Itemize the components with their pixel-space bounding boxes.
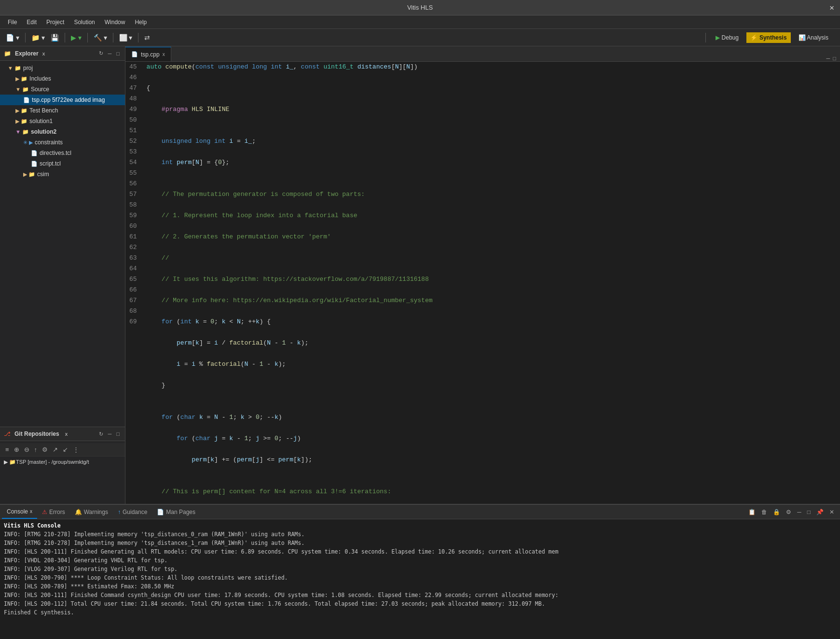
toolbar-save-btn[interactable]: 💾 [49, 33, 61, 42]
warnings-icon: 🔔 [75, 509, 82, 515]
code-line-65: perm[k] += (perm[j] <= perm[k]); [147, 455, 836, 465]
debug-button[interactable]: ▶ Debug [712, 32, 743, 43]
git-btn-3[interactable]: ⊖ [23, 445, 31, 454]
console-scroll-lock-btn[interactable]: 🔒 [771, 508, 782, 516]
menu-file[interactable]: File [4, 18, 21, 27]
toolbar-new-btn[interactable]: 📄 ▾ [4, 33, 21, 42]
console-tab-warnings[interactable]: 🔔 Warnings [70, 505, 113, 519]
git-content: ≡ ⊕ ⊖ ↑ ⚙ ↗ ↙ ⋮ ▶ 📁 TSP [master] - /grou… [0, 441, 125, 504]
git-icon: ⎇ [4, 431, 11, 437]
code-line-58: for (int k = 0; k < N; ++k) { [147, 317, 836, 327]
git-maximize-btn[interactable]: □ [115, 431, 121, 438]
toolbar-run-btn[interactable]: ▶ ▾ [69, 33, 83, 42]
console-tab-console[interactable]: Console x [2, 505, 37, 519]
editor-tab-tsp[interactable]: 📄 tsp.cpp x [125, 47, 171, 61]
menu-solution[interactable]: Solution [70, 18, 98, 27]
tree-item-tsp-cpp[interactable]: 📄 tsp.cpp 5f722ee added imag [0, 95, 125, 105]
toolbar-window-btn[interactable]: ⬜ ▾ [117, 33, 135, 42]
editor-area: 📄 tsp.cpp x ─ □ 4546474849 5051525354 55… [125, 46, 840, 504]
toolbar-build-btn[interactable]: 🔨 ▾ [92, 33, 109, 42]
git-minimize-btn[interactable]: ─ [107, 431, 113, 438]
menu-bar: File Edit Project Solution Window Help [0, 15, 840, 29]
tree-item-directives[interactable]: 📄 directives.tcl [0, 148, 125, 158]
console-title-line: Vitis HLS Console [4, 521, 836, 530]
explorer-close-btn[interactable]: x [42, 51, 45, 56]
tree-item-solution2[interactable]: ▼ 📁 solution2 [0, 126, 125, 137]
code-line-67: // This is perm[] content for N=4 across… [147, 486, 836, 497]
console-tab-manpages[interactable]: 📄 Man Pages [152, 505, 200, 519]
csim-label: csim [37, 171, 49, 178]
menu-project[interactable]: Project [42, 18, 68, 27]
console-gear-btn[interactable]: ⚙ [784, 508, 793, 516]
toolbar-open-btn[interactable]: 📁 ▾ [29, 33, 47, 42]
tree-item-constraints[interactable]: ✳ ▶ constraints [0, 137, 125, 148]
source-label: Source [31, 86, 49, 93]
explorer-maximize-btn[interactable]: □ [115, 50, 121, 57]
console-log-line-0: INFO: [RTMG 210-278] Implementing memory… [4, 530, 836, 539]
file-tree: ▼ 📁 proj ▶ 📁 Includes ▼ 📁 Source 📄 tsp.c… [0, 61, 125, 427]
proj-folder-icon: ▼ 📁 [8, 65, 21, 71]
editor-maximize-btn[interactable]: □ [833, 56, 836, 61]
console-clear-btn[interactable]: 🗑 [759, 508, 769, 516]
console-log-line-5: INFO: [HLS 200-790] **** Loop Constraint… [4, 573, 836, 582]
console-copy-btn[interactable]: 📋 [746, 508, 757, 516]
tree-item-includes[interactable]: ▶ 📁 Includes [0, 73, 125, 84]
code-editor[interactable]: 4546474849 5051525354 5556575859 6061626… [125, 62, 840, 504]
manpages-icon: 📄 [157, 509, 164, 515]
git-actions: ↻ ─ □ [97, 431, 121, 438]
console-minimize-btn[interactable]: ─ [795, 508, 803, 516]
code-line-55: // [147, 253, 836, 264]
console-maximize-btn[interactable]: □ [805, 508, 812, 516]
menu-help[interactable]: Help [131, 18, 151, 27]
errors-label: Errors [49, 509, 65, 515]
tab-file-icon: 📄 [131, 51, 138, 57]
git-btn-4[interactable]: ↑ [33, 445, 39, 454]
code-line-56: // It uses this algorithm: https://stack… [147, 274, 836, 285]
git-btn-6[interactable]: ↗ [51, 445, 59, 454]
analysis-button[interactable]: 📊 Analysis [795, 32, 832, 43]
tsp-file-label: tsp.cpp 5f722ee added imag [32, 97, 105, 103]
explorer-minimize-btn[interactable]: ─ [107, 50, 113, 57]
guidance-icon: ↑ [118, 509, 121, 515]
code-line-46: { [147, 83, 836, 94]
line-numbers: 4546474849 5051525354 5556575859 6061626… [125, 62, 143, 504]
git-btn-5[interactable]: ⚙ [41, 445, 49, 454]
explorer-title: Explorer [15, 50, 39, 57]
git-repo-item[interactable]: ▶ 📁 TSP [master] - /group/swmktg/t [0, 457, 125, 467]
synthesis-button[interactable]: ⚡ Synthesis [746, 32, 791, 43]
toolbar-sep-1 [25, 33, 26, 42]
git-btn-8[interactable]: ⋮ [71, 445, 81, 454]
console-log-line-2: INFO: [HLS 200-111] Finished Generating … [4, 547, 836, 556]
console-close-x-btn[interactable]: ✕ [827, 508, 836, 516]
console-log-line-4: INFO: [VLOG 209-307] Generating Verilog … [4, 565, 836, 573]
tree-item-source[interactable]: ▼ 📁 Source [0, 84, 125, 95]
code-line-59: perm[k] = i / factorial(N - 1 - k); [147, 338, 836, 348]
explorer-refresh-btn[interactable]: ↻ [97, 50, 105, 57]
errors-icon: ⚠ [42, 509, 47, 515]
toolbar-arrows-btn[interactable]: ⇄ [142, 33, 152, 42]
toolbar-sep-5 [138, 33, 138, 42]
git-close-btn[interactable]: x [65, 431, 68, 437]
menu-window[interactable]: Window [101, 18, 129, 27]
console-pin-btn[interactable]: 📌 [814, 508, 826, 516]
tree-item-csim[interactable]: ▶ 📁 csim [0, 169, 125, 180]
git-btn-1[interactable]: ≡ [4, 445, 11, 454]
git-refresh-btn[interactable]: ↻ [97, 431, 105, 438]
console-tab-guidance[interactable]: ↑ Guidance [113, 505, 152, 519]
code-line-61: } [147, 380, 836, 391]
tree-item-script[interactable]: 📄 script.tcl [0, 158, 125, 169]
console-tab-errors[interactable]: ⚠ Errors [37, 505, 70, 519]
tsp-file-icon: 📄 [23, 97, 30, 103]
close-button[interactable]: ✕ [829, 3, 834, 13]
git-btn-2[interactable]: ⊕ [13, 445, 21, 454]
code-content[interactable]: auto compute(const unsigned long int i_,… [143, 62, 840, 504]
tree-item-testbench[interactable]: ▶ 📁 Test Bench [0, 105, 125, 116]
editor-minimize-btn[interactable]: ─ [826, 56, 830, 61]
tab-close-btn[interactable]: x [163, 52, 165, 57]
console-close-btn[interactable]: x [30, 509, 32, 514]
menu-edit[interactable]: Edit [23, 18, 41, 27]
tree-item-solution1[interactable]: ▶ 📁 solution1 [0, 116, 125, 126]
code-line-60: i = i % factorial(N - 1 - k); [147, 359, 836, 370]
tree-item-proj[interactable]: ▼ 📁 proj [0, 63, 125, 73]
git-btn-7[interactable]: ↙ [61, 445, 69, 454]
